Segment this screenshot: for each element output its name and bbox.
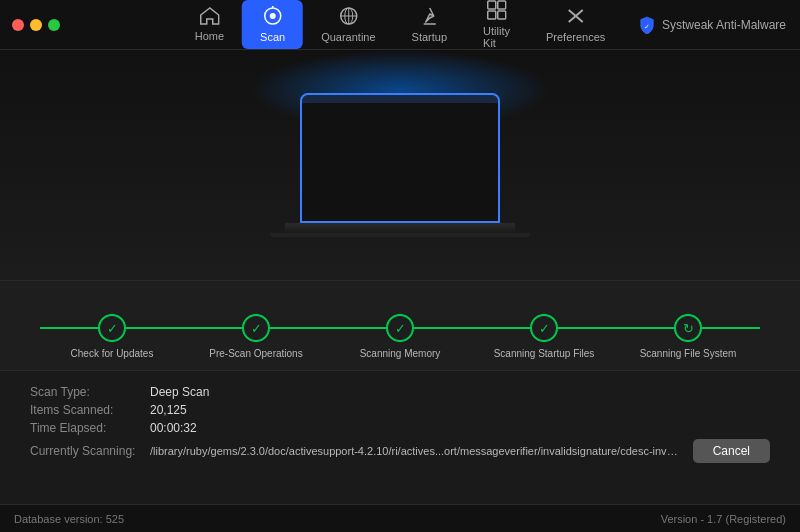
close-button[interactable] [12, 19, 24, 31]
nav-item-utility-kit[interactable]: Utility Kit [465, 0, 528, 55]
traffic-lights [0, 19, 60, 31]
cancel-button[interactable]: Cancel [693, 439, 770, 463]
startup-icon [419, 6, 439, 29]
time-elapsed-row: Time Elapsed: 00:00:32 [30, 421, 770, 435]
brand: ✓ Systweak Anti-Malware [638, 16, 786, 34]
scan-icon [263, 6, 283, 29]
step-circle-1: ✓ [98, 314, 126, 342]
titlebar: Home Scan Quarant [0, 0, 800, 50]
laptop-base [285, 223, 515, 233]
laptop-screen [300, 93, 500, 223]
step-circle-4: ✓ [530, 314, 558, 342]
svg-point-1 [270, 13, 276, 19]
utility-kit-icon [487, 0, 507, 23]
progress-track: ✓ Check for Updates ✓ Pre-Scan Operation… [40, 314, 760, 342]
step-scanning-memory: ✓ Scanning Memory [328, 314, 472, 342]
svg-text:✓: ✓ [644, 21, 650, 30]
scan-type-row: Scan Type: Deep Scan [30, 385, 770, 399]
nav-item-preferences[interactable]: Preferences [528, 0, 623, 49]
app-version: Version - 1.7 (Registered) [661, 513, 786, 525]
step-pre-scan: ✓ Pre-Scan Operations [184, 314, 328, 342]
svg-rect-11 [498, 11, 506, 19]
items-scanned-value: 20,125 [150, 403, 187, 417]
svg-rect-8 [488, 1, 496, 9]
nav-item-scan[interactable]: Scan [242, 0, 303, 49]
currently-scanning-label: Currently Scanning: [30, 444, 150, 458]
time-elapsed-value: 00:00:32 [150, 421, 197, 435]
nav-label-scan: Scan [260, 31, 285, 43]
nav-item-home[interactable]: Home [177, 1, 242, 48]
statusbar: Database version: 525 Version - 1.7 (Reg… [0, 504, 800, 532]
currently-scanning-value: /library/ruby/gems/2.3.0/doc/activesuppo… [150, 445, 681, 457]
main-content: ✓ Check for Updates ✓ Pre-Scan Operation… [0, 50, 800, 504]
scan-type-value: Deep Scan [150, 385, 209, 399]
step-label-3: Scanning Memory [360, 348, 441, 359]
hero-area [0, 50, 800, 280]
progress-section: ✓ Check for Updates ✓ Pre-Scan Operation… [0, 280, 800, 370]
main-nav: Home Scan Quarant [177, 0, 624, 55]
step-check-updates: ✓ Check for Updates [40, 314, 184, 342]
nav-label-startup: Startup [412, 31, 447, 43]
svg-rect-10 [488, 11, 496, 19]
nav-label-utility-kit: Utility Kit [483, 25, 510, 49]
currently-scanning-row: Currently Scanning: /library/ruby/gems/2… [30, 439, 770, 463]
svg-rect-9 [498, 1, 506, 9]
laptop-illustration [270, 93, 530, 237]
items-scanned-row: Items Scanned: 20,125 [30, 403, 770, 417]
step-label-4: Scanning Startup Files [494, 348, 595, 359]
nav-item-startup[interactable]: Startup [394, 0, 465, 49]
step-label-2: Pre-Scan Operations [209, 348, 302, 359]
nav-item-quarantine[interactable]: Quarantine [303, 0, 393, 49]
maximize-button[interactable] [48, 19, 60, 31]
step-circle-3: ✓ [386, 314, 414, 342]
home-icon [199, 7, 219, 28]
step-circle-5: ↻ [674, 314, 702, 342]
step-label-5: Scanning File System [640, 348, 737, 359]
brand-name: Systweak Anti-Malware [662, 18, 786, 32]
step-circle-2: ✓ [242, 314, 270, 342]
step-label-1: Check for Updates [71, 348, 154, 359]
nav-label-home: Home [195, 30, 224, 42]
preferences-icon [566, 6, 586, 29]
info-section: Scan Type: Deep Scan Items Scanned: 20,1… [0, 370, 800, 504]
minimize-button[interactable] [30, 19, 42, 31]
scan-type-label: Scan Type: [30, 385, 150, 399]
step-scanning-startup: ✓ Scanning Startup Files [472, 314, 616, 342]
step-scanning-filesystem: ↻ Scanning File System [616, 314, 760, 342]
laptop-foot [270, 233, 530, 237]
brand-shield-icon: ✓ [638, 16, 656, 34]
nav-label-preferences: Preferences [546, 31, 605, 43]
quarantine-icon [338, 6, 358, 29]
time-elapsed-label: Time Elapsed: [30, 421, 150, 435]
items-scanned-label: Items Scanned: [30, 403, 150, 417]
database-version: Database version: 525 [14, 513, 124, 525]
nav-label-quarantine: Quarantine [321, 31, 375, 43]
